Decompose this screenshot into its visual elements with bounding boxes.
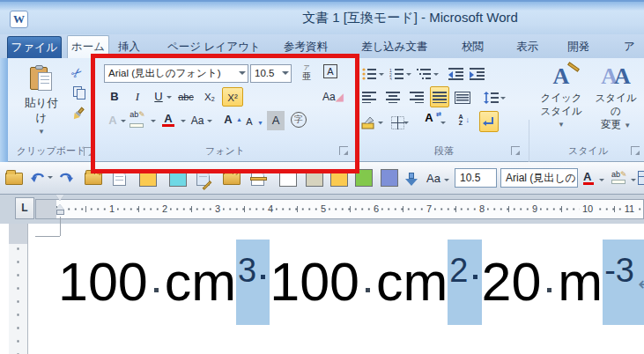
toolbar-font-color-button[interactable]: A: [583, 170, 591, 183]
tab-review[interactable]: 校閲: [462, 40, 484, 55]
enclose-characters-button[interactable]: 字: [290, 109, 307, 129]
character-border-button[interactable]: A: [320, 62, 341, 81]
swatch-blue-button[interactable]: [381, 169, 398, 187]
left-indent-marker[interactable]: [56, 210, 64, 215]
shading-dropdown[interactable]: [378, 122, 383, 124]
decrease-indent-button[interactable]: [446, 64, 465, 84]
selected-superscript[interactable]: 3: [236, 240, 270, 325]
underline-button[interactable]: U: [150, 87, 167, 107]
document-package-button[interactable]: [251, 169, 264, 186]
paste-button[interactable]: 貼り付け ▼: [20, 63, 63, 137]
download-arrow-button[interactable]: [405, 169, 418, 187]
tab-developer[interactable]: 開発: [567, 40, 589, 55]
quick-styles-button[interactable]: A クイック スタイル ▼: [536, 62, 587, 129]
toolbar-table-button[interactable]: [638, 169, 644, 185]
paste-dropdown-arrow[interactable]: ▼: [20, 128, 63, 136]
folder-up-button[interactable]: ↗: [223, 169, 241, 185]
font-dialog-launcher[interactable]: [339, 146, 348, 155]
copy-button[interactable]: [71, 86, 93, 100]
cut-button[interactable]: ✂: [71, 65, 93, 81]
horizontal-ruler[interactable]: 1 2 3 4 5 6 7 8 9 10 11: [35, 199, 644, 219]
tab-references[interactable]: 参考資料: [284, 40, 328, 55]
superscript-button[interactable]: X²: [222, 87, 243, 107]
swatch-beige-button[interactable]: [306, 169, 323, 187]
subscript-button[interactable]: X₂: [201, 87, 218, 107]
phonetic-guide-button[interactable]: ア 亜: [296, 63, 317, 83]
document-text-line[interactable]: 100cm3100cm220m-3↵: [58, 240, 644, 325]
text-effects-button[interactable]: A: [104, 111, 122, 130]
font-name-combo[interactable]: Arial (見出しのフォント): [104, 64, 248, 83]
folder-special-button[interactable]: ✱: [85, 169, 102, 185]
highlight-color-button[interactable]: ab✎: [129, 109, 146, 129]
tab-home[interactable]: ホーム: [67, 35, 109, 58]
tab-insert[interactable]: 挿入: [118, 40, 140, 55]
edit-document-button[interactable]: [196, 169, 210, 186]
distribute-button[interactable]: [453, 88, 472, 107]
selected-superscript[interactable]: -3↵: [603, 240, 644, 325]
selected-superscript[interactable]: 2: [448, 240, 481, 325]
align-left-button[interactable]: [359, 88, 379, 107]
clipboard-dialog-launcher[interactable]: [84, 147, 93, 156]
character-shading-button[interactable]: A: [267, 111, 285, 130]
align-center-button[interactable]: [383, 88, 403, 107]
document-area[interactable]: 100cm3100cm220m-3↵: [0, 224, 644, 354]
strikethrough-button[interactable]: abc: [177, 87, 195, 107]
swatch-white-button[interactable]: [279, 169, 297, 187]
toolbar-change-case-button[interactable]: Aa: [426, 172, 440, 185]
show-marks-toggle[interactable]: [479, 111, 499, 132]
align-right-button[interactable]: [407, 88, 426, 107]
chevron-down-icon[interactable]: [282, 71, 289, 75]
bullets-button[interactable]: [359, 64, 379, 84]
line-spacing-dropdown[interactable]: [500, 97, 506, 100]
format-painter-button[interactable]: [71, 107, 93, 121]
bullets-dropdown[interactable]: [379, 73, 384, 76]
shrink-font-button[interactable]: A▼: [241, 112, 258, 131]
paragraph-dialog-launcher[interactable]: [511, 146, 520, 155]
font-color-button[interactable]: A: [159, 109, 177, 129]
bold-button[interactable]: B: [106, 87, 123, 107]
change-case-button[interactable]: Aa: [189, 111, 206, 130]
toolbar-change-case-dropdown[interactable]: [444, 179, 449, 181]
chevron-down-icon[interactable]: [239, 71, 246, 75]
line-spacing-button[interactable]: [481, 88, 500, 107]
borders-dropdown[interactable]: [403, 122, 409, 124]
font-size-combo[interactable]: 10.5: [250, 64, 292, 83]
toolbar-highlight-dropdown[interactable]: [631, 179, 636, 181]
toolbar-highlight-button[interactable]: ab✎: [611, 170, 627, 184]
grow-font-button[interactable]: A▲: [219, 110, 237, 129]
word-app-icon[interactable]: W: [10, 11, 28, 28]
change-case-dropdown[interactable]: [207, 120, 212, 122]
tab-page-layout[interactable]: ページ レイアウト: [167, 40, 261, 55]
open-button[interactable]: [5, 169, 23, 185]
multilevel-dropdown[interactable]: [433, 73, 439, 76]
sort-button[interactable]: AZ ↓: [451, 111, 470, 130]
tab-mailings[interactable]: 差し込み文書: [361, 40, 428, 55]
change-styles-button[interactable]: AA スタイルの 変更 ▼: [590, 62, 641, 131]
toolbar-font-name-combo[interactable]: Arial (見出しの: [500, 168, 578, 188]
character-scaling-button[interactable]: A⇄: [419, 111, 439, 130]
undo-button[interactable]: [30, 169, 46, 188]
multilevel-list-button[interactable]: [414, 64, 433, 84]
numbering-button[interactable]: 123: [387, 64, 406, 84]
shading-button[interactable]: [359, 113, 379, 132]
toolbar-font-color-dropdown[interactable]: [599, 179, 604, 181]
tab-view[interactable]: 表示: [516, 40, 538, 55]
highlight-dropdown[interactable]: [151, 120, 156, 122]
toolbar-font-size-combo[interactable]: 10.5: [455, 168, 497, 188]
swatch-gold-button[interactable]: [330, 169, 348, 187]
undo-dropdown[interactable]: [48, 176, 53, 179]
font-color-dropdown[interactable]: [181, 120, 186, 122]
clear-formatting-button[interactable]: Aa◢: [322, 87, 344, 107]
new-document-button[interactable]: [113, 169, 126, 186]
italic-button[interactable]: I: [129, 87, 146, 107]
scaling-dropdown[interactable]: [440, 122, 446, 124]
style-dialog-launcher[interactable]: [631, 146, 640, 155]
increase-indent-button[interactable]: [467, 64, 486, 84]
tab-addins[interactable]: ア: [624, 40, 635, 55]
swatch-cyan-button[interactable]: [169, 169, 187, 187]
swatch-green-button[interactable]: [355, 169, 373, 187]
swatch-orange-button[interactable]: [139, 169, 157, 187]
numbering-dropdown[interactable]: [406, 73, 411, 76]
justify-button[interactable]: [430, 86, 449, 107]
first-line-indent-marker[interactable]: [56, 195, 64, 201]
